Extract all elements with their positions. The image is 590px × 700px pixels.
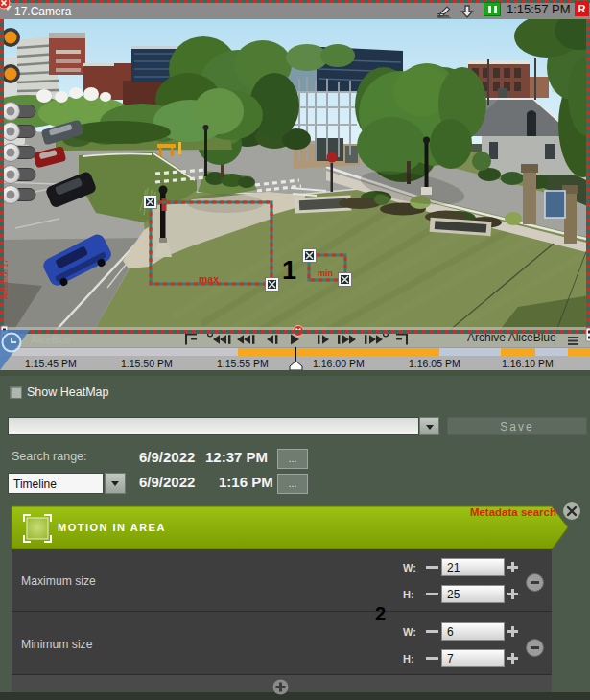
svg-text:AliceBlue: AliceBlue xyxy=(31,335,71,345)
svg-text:1: 1 xyxy=(282,256,296,285)
svg-text:min: min xyxy=(318,268,333,278)
svg-text:max: max xyxy=(199,273,219,285)
